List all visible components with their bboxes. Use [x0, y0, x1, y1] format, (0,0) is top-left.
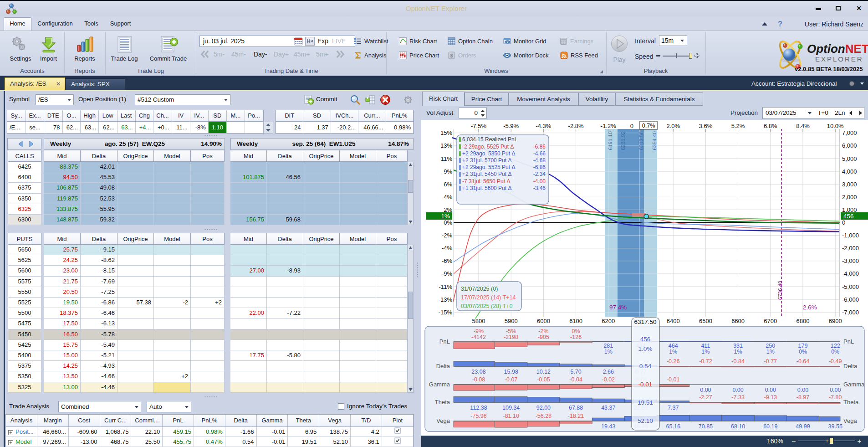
svg-text:-5,000: -5,000 [842, 283, 859, 290]
svg-text:-0.77: -0.77 [764, 358, 777, 365]
svg-text:10.12: 10.12 [536, 369, 551, 375]
svg-text:-6.86: -6.86 [533, 164, 546, 170]
svg-text:456: 456 [843, 213, 854, 220]
svg-text:-75.96: -75.96 [470, 413, 486, 419]
svg-text:19.43: 19.43 [601, 423, 615, 430]
svg-text:49.99: 49.99 [796, 423, 810, 430]
svg-text:PnL: PnL [843, 338, 854, 345]
svg-text:39.55: 39.55 [828, 423, 842, 430]
svg-text:-9%: -9% [474, 328, 484, 334]
svg-text:-126: -126 [570, 334, 582, 340]
svg-text:0%: 0% [831, 349, 839, 355]
svg-text:7,000: 7,000 [842, 129, 857, 136]
svg-text:-4.68: -4.68 [533, 157, 546, 164]
svg-text:11%: 11% [441, 155, 452, 162]
svg-text:1.0%: 1.0% [638, 345, 653, 352]
svg-text:65.16: 65.16 [666, 423, 680, 430]
svg-text:3.6%: 3.6% [699, 123, 713, 129]
svg-text:0%: 0% [444, 219, 452, 226]
svg-text:-2.27: -2.27 [699, 394, 712, 401]
svg-text:-9%: -9% [442, 270, 453, 277]
svg-text:4%: 4% [444, 194, 452, 200]
svg-text:-1,000: -1,000 [842, 232, 859, 239]
svg-text:92.00: 92.00 [536, 405, 551, 411]
svg-text:6317.50: 6317.50 [634, 319, 657, 325]
svg-text:6191.10: 6191.10 [608, 131, 613, 150]
svg-text:Vega: Vega [843, 417, 857, 424]
svg-text:0: 0 [842, 219, 845, 226]
svg-text:8.4%: 8.4% [796, 123, 810, 129]
svg-text:0.00: 0.00 [765, 387, 776, 393]
svg-text:-0.05: -0.05 [537, 376, 550, 383]
svg-text:60.19: 60.19 [763, 423, 777, 430]
svg-text:6400: 6400 [667, 318, 680, 324]
svg-text:+2 31jul. 5450 Put Δ: +2 31jul. 5450 Put Δ [462, 171, 511, 177]
svg-text:70.85: 70.85 [699, 423, 713, 430]
svg-text:0: 0 [630, 123, 633, 129]
svg-text:331: 331 [733, 343, 743, 349]
svg-text:6700: 6700 [764, 318, 777, 324]
svg-text:67.88: 67.88 [569, 405, 583, 411]
svg-text:5800: 5800 [472, 318, 485, 324]
svg-text:Delta: Delta [843, 363, 858, 370]
svg-text:-4.3%: -4.3% [536, 123, 551, 129]
svg-text:464: 464 [669, 343, 678, 349]
svg-text:5.70: 5.70 [570, 369, 581, 375]
svg-text:6736.48: 6736.48 [777, 281, 783, 300]
svg-text:23.08: 23.08 [471, 369, 485, 375]
svg-text:-2%: -2% [538, 328, 548, 334]
svg-text:+1 31jul. 5600 Put Δ: +1 31jul. 5600 Put Δ [462, 185, 511, 191]
svg-text:PnL: PnL [439, 338, 450, 345]
svg-text:5900: 5900 [505, 318, 518, 324]
svg-text:-5%: -5% [506, 328, 516, 334]
svg-text:-0.04: -0.04 [569, 376, 582, 383]
svg-text:-11%: -11% [439, 283, 453, 290]
svg-text:0.7%: 0.7% [642, 123, 655, 129]
svg-text:52.10: 52.10 [638, 417, 653, 424]
svg-text:1%: 1% [734, 349, 742, 355]
svg-text:-4142: -4142 [471, 334, 486, 340]
svg-text:$: $ [450, 53, 453, 58]
svg-text:-7,000: -7,000 [842, 309, 859, 316]
svg-text:6231.92: 6231.92 [620, 131, 626, 150]
svg-text:-6,000: -6,000 [842, 296, 859, 303]
svg-text:2%: 2% [444, 206, 452, 213]
svg-text:6800: 6800 [797, 318, 810, 324]
svg-text:19.51: 19.51 [638, 399, 653, 406]
svg-text:-4.66: -4.66 [533, 150, 546, 157]
svg-text:-81.10: -81.10 [503, 413, 519, 419]
svg-text:-4%: -4% [442, 245, 453, 252]
svg-text:-7 31jul. 5650 Put Δ: -7 31jul. 5650 Put Δ [462, 178, 510, 185]
svg-text:-0.84: -0.84 [731, 358, 745, 365]
svg-text:-7.33: -7.33 [731, 394, 745, 401]
svg-text:6900: 6900 [829, 318, 842, 324]
svg-text:03/07/2025 (28) T+0: 03/07/2025 (28) T+0 [461, 303, 512, 309]
svg-text:6313.58: 6313.58 [638, 131, 644, 150]
svg-text:0.00: 0.00 [797, 387, 808, 393]
svg-text:456: 456 [640, 336, 651, 343]
svg-text:0.00: 0.00 [732, 387, 743, 393]
svg-text:1,000: 1,000 [842, 206, 857, 213]
svg-text:-18.21: -18.21 [568, 413, 584, 419]
svg-text:122: 122 [831, 343, 840, 349]
svg-text:-0.49: -0.49 [829, 358, 842, 365]
svg-text:-0.72: -0.72 [699, 358, 712, 365]
svg-text:109.34: 109.34 [502, 405, 520, 411]
svg-text:-0.07: -0.07 [505, 376, 518, 383]
svg-text:6600: 6600 [731, 318, 745, 324]
svg-text:5.2%: 5.2% [731, 123, 745, 129]
svg-text:+2 29ago. 5525 Put Δ: +2 29ago. 5525 Put Δ [462, 164, 515, 170]
svg-text:250: 250 [766, 343, 775, 349]
svg-text:-2.8%: -2.8% [568, 123, 584, 129]
svg-text:13%: 13% [440, 142, 452, 149]
svg-text:-0.01: -0.01 [667, 376, 680, 383]
svg-text:68.10: 68.10 [731, 423, 745, 430]
svg-text:179: 179 [798, 343, 808, 349]
svg-text:0.54: 0.54 [639, 363, 652, 370]
svg-text:-4.00: -4.00 [533, 178, 546, 185]
svg-text:Delta: Delta [436, 363, 450, 370]
svg-text:6354.40: 6354.40 [652, 131, 657, 150]
svg-text:6500: 6500 [699, 318, 712, 324]
svg-text:-0.08: -0.08 [472, 376, 485, 383]
svg-text:5,000: 5,000 [842, 155, 857, 162]
